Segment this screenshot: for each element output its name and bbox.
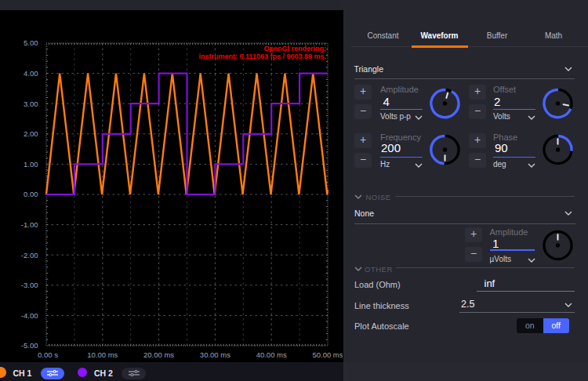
svg-text:-4.00: -4.00 bbox=[21, 311, 38, 320]
svg-text:0.00 s: 0.00 s bbox=[38, 350, 58, 359]
svg-text:-5.00: -5.00 bbox=[21, 341, 38, 350]
svg-text:-3.00: -3.00 bbox=[21, 281, 38, 289]
svg-text:30.00 ms: 30.00 ms bbox=[200, 350, 230, 359]
svg-text:5.00: 5.00 bbox=[24, 38, 38, 47]
svg-text:40.00 ms: 40.00 ms bbox=[256, 350, 287, 359]
svg-text:20.00 ms: 20.00 ms bbox=[143, 350, 174, 359]
svg-text:50.00 ms: 50.00 ms bbox=[312, 350, 343, 359]
svg-text:-1.00: -1.00 bbox=[21, 220, 38, 229]
svg-text:2.00: 2.00 bbox=[24, 129, 38, 138]
svg-text:1.00: 1.00 bbox=[24, 160, 38, 169]
svg-text:-2.00: -2.00 bbox=[21, 251, 38, 259]
svg-text:3.00: 3.00 bbox=[24, 100, 38, 108]
svg-text:0.00: 0.00 bbox=[24, 190, 38, 198]
svg-text:OpenGl rendering;: OpenGl rendering; bbox=[263, 45, 326, 53]
svg-text:4.00: 4.00 bbox=[24, 69, 38, 78]
svg-text:instrument: 0.111063 fps / 900: instrument: 0.111063 fps / 9003.89 ms. bbox=[198, 53, 326, 60]
svg-text:10.00 ms: 10.00 ms bbox=[87, 350, 118, 359]
